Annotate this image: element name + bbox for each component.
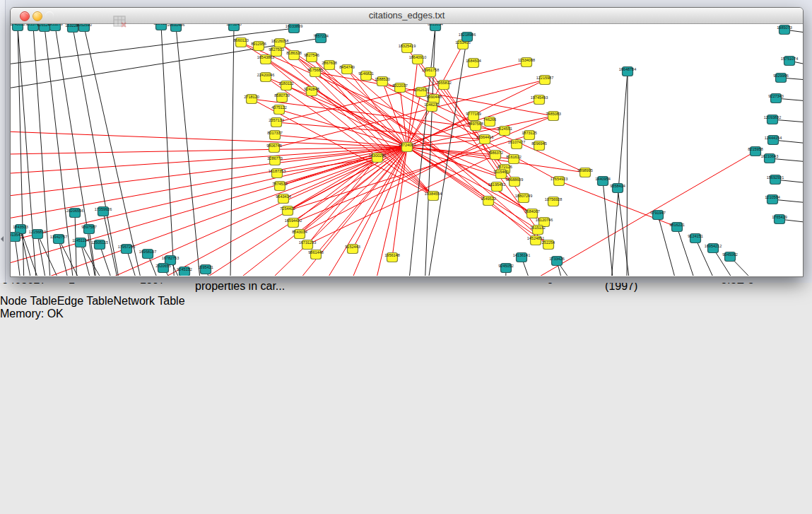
graph-node[interactable]: 3913541 [11, 233, 23, 242]
graph-node[interactable]: 15692931 [767, 175, 784, 185]
graph-node[interactable]: 2718120 [244, 95, 259, 104]
graph-node[interactable]: 1615132 [530, 226, 545, 235]
citation-edge[interactable] [288, 158, 377, 211]
graph-node[interactable]: 17957255 [118, 245, 135, 254]
graph-node[interactable]: 16594432 [285, 218, 302, 228]
graph-node[interactable]: 7485083 [546, 112, 560, 121]
graph-node[interactable]: 8543034 [292, 230, 307, 239]
edge[interactable] [618, 188, 632, 276]
graph-node[interactable]: 8454749 [339, 65, 354, 74]
close-traffic-light-icon[interactable] [20, 11, 30, 21]
graph-node[interactable]: 19745493 [531, 95, 548, 105]
graph-node[interactable]: 16731293 [299, 240, 316, 250]
graph-node[interactable]: 8017337 [267, 131, 282, 140]
graph-node[interactable]: 1210564 [765, 195, 779, 204]
graph-node[interactable]: 12156819 [29, 230, 46, 239]
graph-node[interactable]: 9146821 [358, 71, 373, 81]
graph-node[interactable]: 1733426 [549, 257, 564, 266]
graph-node[interactable]: 9861448 [308, 250, 323, 259]
graph-node[interactable]: 16958107 [139, 250, 156, 259]
graph-node[interactable]: 9242848 [304, 87, 319, 96]
graph-node[interactable]: 1985073 [777, 25, 792, 35]
graph-node[interactable]: 10756928 [545, 197, 562, 206]
graph-node[interactable]: 6497568 [468, 122, 483, 131]
graph-node[interactable]: 11451194 [72, 238, 89, 247]
graph-node[interactable]: 19384554 [425, 192, 442, 201]
tab-network-table[interactable]: Network Table [113, 295, 184, 307]
graph-node[interactable]: 9052590 [76, 24, 91, 32]
graph-node[interactable]: 10688609 [506, 177, 523, 187]
graph-node[interactable]: 9358414 [610, 184, 625, 193]
graph-node[interactable]: 1440954 [595, 177, 610, 186]
edge[interactable] [603, 181, 616, 276]
graph-node[interactable]: 8106117 [153, 24, 168, 30]
graph-node[interactable]: 8186328 [286, 51, 301, 60]
graph-node[interactable]: 1684504 [466, 59, 481, 68]
graph-node[interactable]: 1873125 [522, 131, 536, 140]
graph-node[interactable]: 16033809 [286, 24, 302, 33]
citation-edge[interactable] [266, 59, 433, 196]
graph-node[interactable]: 2320655 [155, 264, 170, 273]
graph-node[interactable]: 7254402 [280, 206, 295, 216]
graph-node[interactable]: 6791947 [650, 211, 665, 220]
edge[interactable] [230, 26, 234, 276]
graph-node[interactable]: 4375122 [271, 105, 286, 115]
graph-node[interactable]: 16954212 [705, 244, 722, 253]
graph-node[interactable]: 16543862 [257, 55, 274, 64]
graph-node[interactable]: 1695421 [198, 265, 213, 274]
graph-node[interactable]: 2357133 [269, 118, 283, 127]
graph-node[interactable]: 20206556 [66, 209, 83, 218]
graph-node[interactable]: 1740612 [11, 24, 25, 31]
graph-node[interactable]: 7953279 [47, 24, 62, 31]
graph-node[interactable]: 12093832 [764, 115, 781, 124]
graph-node[interactable]: 18325419 [399, 44, 416, 53]
graph-node[interactable]: 1765419 [772, 215, 787, 224]
graph-node[interactable]: 17359926 [95, 207, 112, 216]
citation-edge[interactable] [293, 116, 553, 223]
graph-node[interactable]: 9124151 [688, 234, 702, 243]
citation-edge[interactable] [11, 130, 407, 147]
graph-node[interactable]: 7986372 [488, 151, 502, 160]
citation-edge[interactable] [307, 155, 495, 245]
tab-edge-table[interactable]: Edge Table [57, 295, 114, 307]
graph-node[interactable]: 9643414 [276, 194, 290, 204]
graph-node[interactable]: 7857224 [313, 34, 328, 43]
graph-node[interactable]: 9345062 [722, 252, 737, 262]
graph-node[interactable]: 9397587 [81, 225, 96, 234]
edge[interactable] [37, 234, 53, 276]
graph-node[interactable]: 8215958 [748, 147, 763, 156]
graph-node[interactable]: 15751074 [781, 57, 798, 66]
graph-node[interactable]: 9898995 [577, 168, 592, 177]
graph-node[interactable]: 8912956 [251, 42, 266, 51]
graph-node[interactable]: 9152443 [345, 245, 360, 254]
graph-node[interactable]: 9245152 [177, 267, 192, 276]
graph-node[interactable]: 7874533 [272, 182, 287, 191]
graph-node[interactable]: 1588520 [375, 77, 389, 86]
graph-node[interactable]: 252254 [542, 240, 555, 250]
minimize-traffic-light-icon[interactable] [33, 11, 42, 21]
graph-node[interactable]: 8813054 [428, 24, 442, 31]
graph-node[interactable]: 9827546 [304, 53, 319, 62]
graph-node[interactable]: 9245052 [498, 264, 513, 273]
graph-node[interactable]: 3624551 [497, 127, 512, 136]
collapse-panel-arrow-icon[interactable] [1, 236, 4, 242]
edge[interactable] [161, 25, 177, 276]
graph-node[interactable]: 8096945 [531, 141, 546, 151]
network-canvas[interactable]: 1872400786601238912956182260589827503165… [11, 24, 803, 279]
graph-node[interactable]: 8161612 [506, 155, 521, 164]
graph-node[interactable]: 9806745 [266, 144, 281, 153]
graph-node[interactable]: 9227343 [768, 94, 783, 103]
graph-node[interactable]: 8660123 [233, 38, 248, 47]
graph-node[interactable]: 17654923 [551, 177, 567, 186]
tab-node-table[interactable]: Node Table [0, 295, 57, 307]
zoom-traffic-light-icon[interactable] [45, 11, 54, 20]
graph-node[interactable]: 1956148 [384, 253, 399, 262]
graph-node[interactable]: 16648784 [619, 67, 636, 76]
graph-node[interactable]: 14136141 [513, 253, 530, 262]
graph-node[interactable]: 1573245 [226, 24, 241, 31]
graph-node[interactable]: 13942757 [50, 235, 67, 244]
graph-node[interactable]: 8322037 [392, 83, 407, 93]
graph-node[interactable]: 3286773 [267, 156, 282, 165]
graph-node[interactable]: 2867608 [322, 61, 336, 70]
graph-node[interactable]: 11534088 [518, 58, 535, 67]
